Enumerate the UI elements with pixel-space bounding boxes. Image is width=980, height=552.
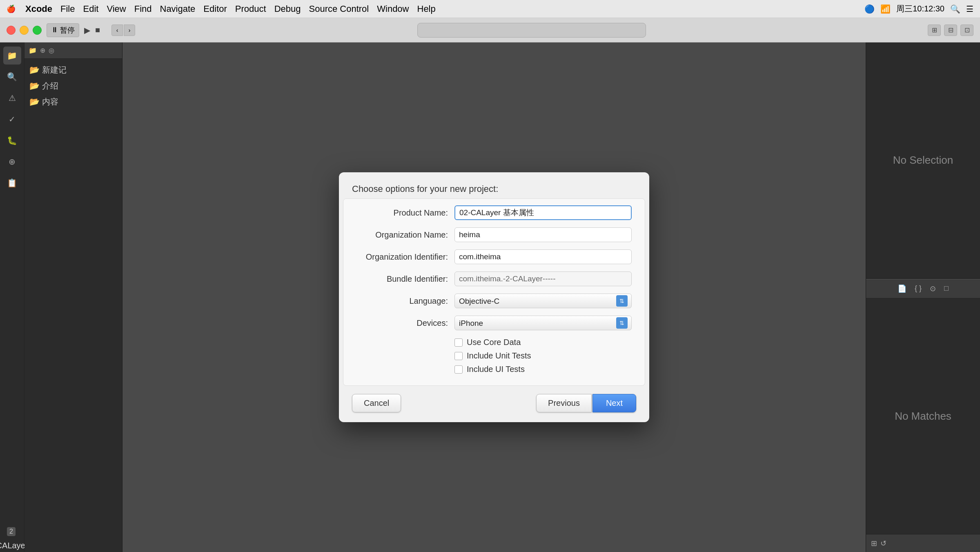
pause-button[interactable]: ⏸ 暂停 <box>47 23 79 37</box>
menu-edit[interactable]: Edit <box>83 4 98 14</box>
code-icon[interactable]: { } <box>915 284 922 293</box>
close-button[interactable] <box>7 26 16 35</box>
menu-source-control[interactable]: Source Control <box>309 4 369 14</box>
menu-help[interactable]: Help <box>417 4 436 14</box>
devices-select[interactable]: iPhone iPad Universal <box>454 316 632 330</box>
org-id-input[interactable] <box>454 249 632 264</box>
bundle-id-input <box>454 272 632 286</box>
menu-navigate[interactable]: Navigate <box>160 4 196 14</box>
nav-icon-2[interactable]: ⊕ <box>40 47 45 54</box>
menu-file[interactable]: File <box>60 4 75 14</box>
menu-xcode[interactable]: Xcode <box>25 4 52 14</box>
language-select[interactable]: Objective-C Swift <box>454 294 632 308</box>
utilities-toggle[interactable]: ⊡ <box>960 24 973 36</box>
sidebar-item-issues[interactable]: ⚠ <box>3 89 21 107</box>
use-core-data-checkbox[interactable] <box>454 338 463 347</box>
menu-view[interactable]: View <box>107 4 126 14</box>
file-icon[interactable]: 📄 <box>898 284 906 293</box>
new-project-dialog: Choose options for your new project: Pro… <box>339 172 649 422</box>
nav-item-2[interactable]: 📂 介绍 <box>24 78 122 94</box>
right-panel-bottom-toolbar: ⊞ ↺ <box>866 534 980 552</box>
use-core-data-row[interactable]: Use Core Data <box>454 338 632 347</box>
debug-toggle[interactable]: ⊟ <box>944 24 957 36</box>
sidebar-item-navigator[interactable]: 📁 <box>3 47 21 65</box>
language-select-wrapper: Objective-C Swift ⇅ <box>454 294 632 308</box>
org-id-row: Organization Identifier: <box>356 249 632 264</box>
forward-arrow[interactable]: › <box>124 24 135 36</box>
menu-product[interactable]: Product <box>235 4 266 14</box>
bundle-id-label: Bundle Identifier: <box>356 274 454 284</box>
sidebar-item-breakpoints[interactable]: ⊕ <box>3 153 21 171</box>
menu-find[interactable]: Find <box>134 4 152 14</box>
menu-icon[interactable]: ☰ <box>966 4 973 14</box>
nav-icon-3[interactable]: ◎ <box>49 47 54 54</box>
sidebar-item-debug[interactable]: 🐛 <box>3 131 21 149</box>
clock: 周三10:12:30 <box>896 3 944 14</box>
grid-icon[interactable]: ⊞ <box>871 539 877 548</box>
menu-debug[interactable]: Debug <box>274 4 301 14</box>
language-label: Language: <box>356 296 454 306</box>
org-name-input[interactable] <box>454 227 632 242</box>
include-unit-tests-label: Include Unit Tests <box>467 351 531 361</box>
play-button[interactable]: ▶ <box>84 25 90 35</box>
use-core-data-label: Use Core Data <box>467 338 521 347</box>
next-button[interactable]: Next <box>592 394 636 412</box>
org-name-row: Organization Name: <box>356 227 632 242</box>
main-layout: 📁 🔍 ⚠ ✓ 🐛 ⊕ 📋 2 CALayer 📁 ⊕ ◎ 📂 新建记 📂 介绍… <box>0 42 980 552</box>
apple-menu[interactable]: 🍎 <box>7 4 16 13</box>
square-icon[interactable]: □ <box>944 284 949 293</box>
no-selection-text: No Selection <box>893 154 953 167</box>
include-unit-tests-row[interactable]: Include Unit Tests <box>454 351 632 361</box>
org-id-label: Organization Identifier: <box>356 252 454 262</box>
previous-button[interactable]: Previous <box>536 394 592 412</box>
devices-select-wrapper: iPhone iPad Universal ⇅ <box>454 316 632 330</box>
sidebar-item-reports[interactable]: 📋 <box>3 174 21 192</box>
nav-item-1[interactable]: 📂 新建记 <box>24 62 122 78</box>
nav-toolbar: 📁 ⊕ ◎ <box>24 42 122 59</box>
cancel-button[interactable]: Cancel <box>352 394 401 412</box>
refresh-icon[interactable]: ↺ <box>880 539 886 548</box>
language-row: Language: Objective-C Swift ⇅ <box>356 294 632 308</box>
search-icon[interactable]: 🔍 <box>950 4 960 14</box>
dialog-footer: Cancel Previous Next <box>339 386 649 422</box>
include-unit-tests-checkbox[interactable] <box>454 352 463 360</box>
right-panel-toolbar: 📄 { } ⊙ □ <box>866 279 980 298</box>
maximize-button[interactable] <box>33 26 42 35</box>
main-content: Choose options for your new project: Pro… <box>122 42 866 552</box>
devices-label: Devices: <box>356 318 454 328</box>
no-matches-text: No Matches <box>895 410 951 423</box>
file-navigator: 📁 ⊕ ◎ 📂 新建记 📂 介绍 📂 内容 <box>24 42 122 552</box>
right-panel: No Selection 📄 { } ⊙ □ No Matches ⊞ ↺ <box>866 42 980 552</box>
product-name-label: Product Name: <box>356 208 454 218</box>
menu-window[interactable]: Window <box>377 4 409 14</box>
navigator-toggle[interactable]: ⊞ <box>928 24 941 36</box>
pause-label: 暂停 <box>60 25 75 35</box>
include-ui-tests-row[interactable]: Include UI Tests <box>454 365 632 374</box>
menu-editor[interactable]: Editor <box>203 4 227 14</box>
wifi-icon: 📶 <box>880 4 891 14</box>
badge-number: 2 <box>7 527 16 536</box>
dialog-overlay: Choose options for your new project: Pro… <box>122 42 866 552</box>
devices-row: Devices: iPhone iPad Universal ⇅ <box>356 316 632 330</box>
checkbox-group: Use Core Data Include Unit Tests Include… <box>454 338 632 374</box>
pause-icon: ⏸ <box>51 26 58 34</box>
toolbar-center <box>140 23 923 38</box>
stop-button[interactable]: ■ <box>95 25 100 35</box>
sidebar-item-search[interactable]: 🔍 <box>3 68 21 86</box>
bluetooth-icon: 🔵 <box>864 4 875 14</box>
right-panel-top: No Selection <box>866 42 980 279</box>
nav-item-3[interactable]: 📂 内容 <box>24 94 122 110</box>
menu-bar: 🍎 Xcode File Edit View Find Navigate Edi… <box>0 0 980 18</box>
nav-icon-1[interactable]: 📁 <box>29 47 37 54</box>
dialog-body: Product Name: Organization Name: Organiz… <box>343 198 645 386</box>
product-name-input[interactable] <box>454 205 632 220</box>
minimize-button[interactable] <box>20 26 29 35</box>
circle-icon[interactable]: ⊙ <box>930 284 936 293</box>
toolbar-right: ⊞ ⊟ ⊡ <box>928 24 973 36</box>
sidebar-item-tests[interactable]: ✓ <box>3 110 21 128</box>
include-ui-tests-checkbox[interactable] <box>454 365 463 374</box>
org-name-label: Organization Name: <box>356 230 454 240</box>
back-arrow[interactable]: ‹ <box>111 24 123 36</box>
nav-arrows: ‹ › <box>111 24 135 36</box>
menu-bar-right: 🔵 📶 周三10:12:30 🔍 ☰ <box>864 3 973 14</box>
